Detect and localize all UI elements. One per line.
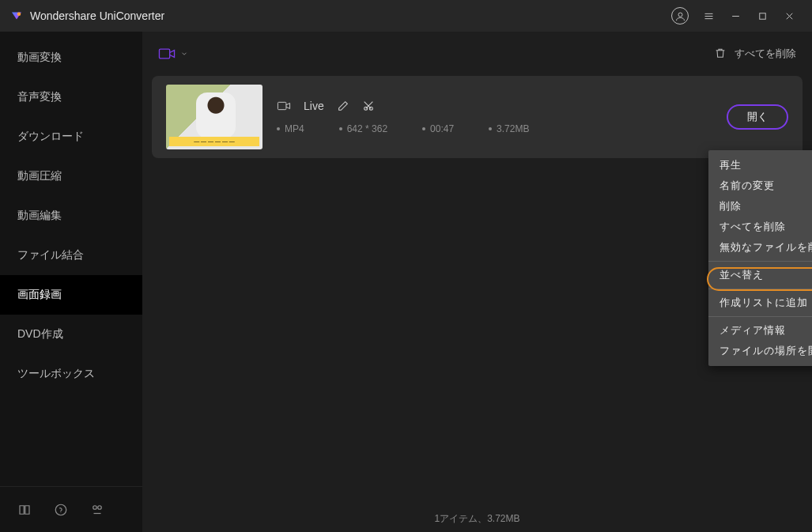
chevron-down-icon xyxy=(180,50,188,58)
cm-delete-invalid[interactable]: 無効なファイルを削除 xyxy=(708,237,812,258)
cm-open-location[interactable]: ファイルの場所を開く xyxy=(708,341,812,361)
sidebar-item-label: 動画変換 xyxy=(17,51,62,65)
status-text: 1アイテム、3.72MB xyxy=(434,512,519,526)
video-thumbnail: — — — — — — xyxy=(166,85,262,149)
sidebar-item-download[interactable]: ダウンロード xyxy=(0,117,142,157)
account-button[interactable] xyxy=(668,2,695,29)
open-button[interactable]: 開く xyxy=(727,104,788,130)
edit-name-icon[interactable] xyxy=(337,100,349,112)
svg-point-11 xyxy=(93,505,97,509)
maximize-button[interactable] xyxy=(749,2,776,29)
svg-point-12 xyxy=(98,505,102,509)
context-menu: 再生 名前の変更 削除 すべてを削除 無効なファイルを削除 並べ替え 作成リスト… xyxy=(708,150,812,366)
content-toolbar: すべてを削除 xyxy=(142,32,812,76)
record-mode-dropdown[interactable] xyxy=(158,47,188,61)
svg-point-1 xyxy=(678,13,682,17)
content-area: すべてを削除 — — — — — — Live MP4 xyxy=(142,32,812,532)
close-button[interactable] xyxy=(776,2,803,29)
titlebar: Wondershare UniConverter xyxy=(0,0,812,32)
sidebar-item-label: ツールボックス xyxy=(17,367,95,381)
svg-point-9 xyxy=(55,504,66,515)
sidebar-item-audio-convert[interactable]: 音声変換 xyxy=(0,77,142,117)
app-title: Wondershare UniConverter xyxy=(30,9,164,22)
sidebar-item-compress[interactable]: 動画圧縮 xyxy=(0,157,142,196)
svg-point-10 xyxy=(61,512,62,513)
file-name: Live xyxy=(304,100,324,112)
sidebar-item-merge[interactable]: ファイル結合 xyxy=(0,236,142,275)
cm-play[interactable]: 再生 xyxy=(708,155,812,175)
sidebar-item-label: 音声変換 xyxy=(17,90,62,104)
video-icon xyxy=(277,100,291,111)
file-resolution: 642 * 362 xyxy=(339,123,387,134)
sidebar-item-label: ファイル結合 xyxy=(17,248,84,262)
sidebar-item-dvd[interactable]: DVD作成 xyxy=(0,315,142,354)
guide-icon[interactable] xyxy=(17,503,32,517)
file-duration: 00:47 xyxy=(422,123,454,134)
cm-delete-all[interactable]: すべてを削除 xyxy=(708,217,812,237)
sidebar-item-label: ダウンロード xyxy=(17,130,84,144)
svg-rect-6 xyxy=(759,13,765,19)
sidebar-item-label: DVD作成 xyxy=(17,327,63,341)
sidebar: 動画変換 音声変換 ダウンロード 動画圧縮 動画編集 ファイル結合 画面録画 D… xyxy=(0,32,142,532)
file-info: Live MP4 642 * 362 00:47 3.72MB xyxy=(277,100,712,134)
cm-media-info[interactable]: メディア情報 xyxy=(708,320,812,341)
svg-rect-14 xyxy=(278,102,286,109)
cm-sort[interactable]: 並べ替え xyxy=(708,265,812,285)
menu-button[interactable] xyxy=(695,2,722,29)
sidebar-item-screen-record[interactable]: 画面録画 xyxy=(0,275,142,315)
trim-icon[interactable] xyxy=(362,100,375,112)
file-card[interactable]: — — — — — — Live MP4 642 * 362 00:47 3.7… xyxy=(152,76,803,158)
cm-rename[interactable]: 名前の変更 xyxy=(708,175,812,196)
cm-delete[interactable]: 削除 xyxy=(708,196,812,217)
statusbar: 1アイテム、3.72MB xyxy=(142,505,812,532)
sidebar-item-label: 動画編集 xyxy=(17,209,62,223)
app-logo-icon xyxy=(9,9,24,23)
file-format: MP4 xyxy=(277,123,304,134)
file-size: 3.72MB xyxy=(489,123,529,134)
svg-point-0 xyxy=(17,13,21,17)
preferences-icon[interactable] xyxy=(90,503,104,517)
sidebar-item-toolbox[interactable]: ツールボックス xyxy=(0,354,142,394)
cm-add-to-list[interactable]: 作成リストに追加 xyxy=(708,292,812,313)
trash-icon[interactable] xyxy=(714,47,727,62)
sidebar-item-video-convert[interactable]: 動画変換 xyxy=(0,38,142,77)
sidebar-item-label: 画面録画 xyxy=(17,288,62,302)
sidebar-item-label: 動画圧縮 xyxy=(17,169,62,183)
sidebar-item-edit[interactable]: 動画編集 xyxy=(0,196,142,236)
svg-rect-13 xyxy=(159,49,169,58)
help-icon[interactable] xyxy=(54,503,68,517)
minimize-button[interactable] xyxy=(722,2,749,29)
delete-all-button[interactable]: すべてを削除 xyxy=(735,47,796,61)
